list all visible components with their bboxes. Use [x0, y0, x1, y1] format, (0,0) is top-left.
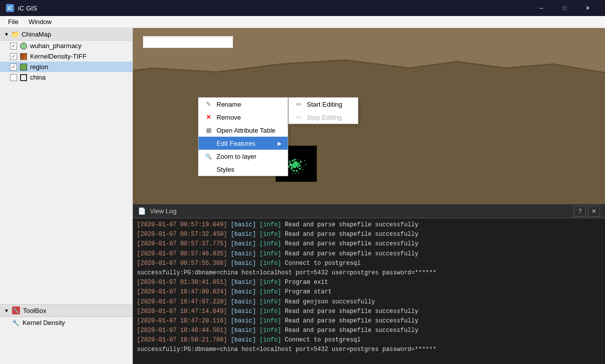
svg-point-27 — [294, 159, 296, 161]
log-timestamp: [2020-01-07 18:47:20.116] — [137, 317, 227, 324]
log-timestamp: [2020-01-07 18:47:14.849] — [137, 308, 227, 315]
viewlog-close-button[interactable]: ✕ — [588, 206, 600, 217]
log-basic: [basic] — [231, 317, 256, 324]
log-message: Read and parse shapefile successfully — [285, 308, 418, 315]
viewlog-header: 📄 View Log ? ✕ — [133, 204, 605, 218]
svg-point-33 — [292, 173, 293, 174]
log-message: Read and parse shapefile successfully — [285, 231, 418, 238]
ctx-zoom-to-layer[interactable]: 🔍 Zoom to layer — [198, 150, 288, 163]
log-message: Program exit — [285, 279, 328, 286]
log-info: [info] — [260, 250, 281, 257]
log-info: [info] — [260, 308, 281, 315]
log-connect: successfully:PG:dbname=china host=localh… — [137, 346, 437, 353]
maximize-button[interactable]: □ — [553, 0, 576, 16]
edit-features-submenu: ✏ Start Editing ✏ Stop Editing — [288, 97, 358, 124]
window-controls: ─ □ ✕ — [530, 0, 599, 16]
log-basic: [basic] — [231, 221, 256, 228]
layer-item-region[interactable]: region — [0, 62, 132, 72]
log-info: [info] — [260, 260, 281, 267]
left-panel: ▼ 📁 ChinaMap wuhan_pharmacy KernelDensit… — [0, 28, 133, 364]
layer-checkbox-region[interactable] — [10, 64, 17, 71]
log-message: Read and parse shapefile successfully — [285, 250, 418, 257]
svg-point-31 — [295, 173, 296, 174]
log-message: Read and parse shapefile successfully — [285, 327, 418, 334]
viewlog-controls: ? ✕ — [574, 206, 600, 217]
sub-stop-editing: ✏ Stop Editing — [289, 111, 358, 124]
log-message: Read and parse shapefile successfully — [285, 221, 418, 228]
folder-icon: 📁 — [11, 30, 20, 38]
log-basic: [basic] — [231, 231, 256, 238]
log-message: Read and parse shapefile successfully — [285, 240, 418, 247]
layer-item-wuhan-pharmacy[interactable]: wuhan_pharmacy — [0, 41, 132, 51]
layer-item-china[interactable]: china — [0, 72, 132, 83]
log-timestamp: [2020-01-07 00:57:55.308] — [137, 260, 227, 267]
ctx-rename[interactable]: ✎ Rename — [198, 98, 288, 111]
ctx-edit-features-label: Edit Features — [217, 140, 255, 147]
log-message: Program start — [285, 288, 332, 295]
titlebar: iC iC GIS ─ □ ✕ — [0, 0, 605, 16]
layer-checkbox-china[interactable] — [10, 74, 17, 81]
svg-point-19 — [289, 161, 291, 163]
context-menu: ✎ Rename ✕ Remove ▦ Open Attribute Table… — [198, 97, 288, 176]
log-timestamp: [2020-01-07 18:47:00.024] — [137, 288, 227, 295]
svg-point-30 — [296, 170, 298, 172]
svg-point-11 — [293, 163, 295, 165]
log-line: [2020-01-07 00:57:19.049] [basic] [info]… — [137, 220, 601, 230]
svg-point-14 — [298, 163, 300, 165]
ctx-remove[interactable]: ✕ Remove — [198, 111, 288, 124]
svg-point-28 — [297, 159, 298, 160]
svg-point-17 — [292, 160, 294, 162]
log-basic: [basic] — [231, 240, 256, 247]
log-basic: [basic] — [231, 298, 256, 305]
layer-type-icon-region — [20, 64, 27, 71]
log-line: [2020-01-07 00:57:46.035] [basic] [info]… — [137, 249, 601, 259]
map-search-input[interactable] — [146, 39, 230, 46]
viewlog-file-icon: 📄 — [138, 207, 146, 215]
ctx-remove-label: Remove — [217, 114, 241, 121]
ctx-zoom-to-layer-label: Zoom to layer — [217, 153, 256, 160]
sub-stop-editing-label: Stop Editing — [307, 114, 342, 121]
rename-icon: ✎ — [205, 100, 213, 108]
layer-item-kerneldensity[interactable]: KernelDensity-TIFF — [0, 51, 132, 62]
svg-point-22 — [302, 169, 303, 170]
log-line: [2020-01-07 00:57:32.450] [basic] [info]… — [137, 230, 601, 239]
close-button[interactable]: ✕ — [576, 0, 599, 16]
layer-label-region: region — [30, 63, 48, 71]
viewlog-help-button[interactable]: ? — [574, 206, 586, 217]
menu-file[interactable]: File — [4, 17, 23, 27]
ctx-styles[interactable]: Styles — [198, 163, 288, 176]
map-area[interactable]: ✎ Rename ✕ Remove ▦ Open Attribute Table… — [133, 28, 605, 364]
log-line: [2020-01-07 18:50:21.708] [basic] [info]… — [137, 335, 601, 345]
layer-type-icon-wuhan — [20, 43, 27, 50]
toolbox-section: ▼ 🔧 ToolBox 🔧 Kernel Density — [0, 304, 132, 364]
ctx-edit-features[interactable]: Edit Features ▶ — [198, 137, 288, 150]
layer-checkbox-kernel[interactable] — [10, 53, 17, 60]
toolbox-item-kernel-density[interactable]: 🔧 Kernel Density — [0, 317, 132, 328]
sub-start-editing[interactable]: ✏ Start Editing — [289, 98, 358, 111]
ctx-open-attr-table[interactable]: ▦ Open Attribute Table — [198, 124, 288, 137]
toolbox-header[interactable]: ▼ 🔧 ToolBox — [0, 304, 132, 317]
log-line: [2020-01-07 01:30:41.051] [basic] [info]… — [137, 278, 601, 287]
log-line: [2020-01-07 18:47:00.024] [basic] [info]… — [137, 287, 601, 297]
viewlog-content[interactable]: [2020-01-07 00:57:19.049] [basic] [info]… — [133, 218, 605, 364]
log-line: [2020-01-07 00:57:37.775] [basic] [info]… — [137, 239, 601, 249]
log-message: Connect to postgresql — [285, 336, 360, 343]
submenu-arrow-icon: ▶ — [278, 141, 282, 146]
map-search-bar[interactable] — [143, 36, 233, 48]
attr-table-icon: ▦ — [205, 126, 213, 134]
layer-panel-title: ChinaMap — [22, 31, 51, 38]
log-line: [2020-01-07 18:47:20.116] [basic] [info]… — [137, 316, 601, 326]
log-basic: [basic] — [231, 336, 256, 343]
minimize-button[interactable]: ─ — [530, 0, 553, 16]
menu-window[interactable]: Window — [25, 17, 56, 27]
svg-point-16 — [299, 165, 301, 167]
log-info: [info] — [260, 336, 281, 343]
svg-point-29 — [293, 170, 295, 172]
log-basic: [basic] — [231, 260, 256, 267]
log-timestamp: [2020-01-07 01:30:41.051] — [137, 279, 227, 286]
layer-checkbox-wuhan[interactable] — [10, 43, 17, 50]
layer-panel-header[interactable]: ▼ 📁 ChinaMap — [0, 28, 132, 41]
toolbox-icon: 🔧 — [12, 306, 20, 314]
edit-features-icon — [205, 139, 213, 147]
layer-label-kernel: KernelDensity-TIFF — [30, 53, 87, 60]
